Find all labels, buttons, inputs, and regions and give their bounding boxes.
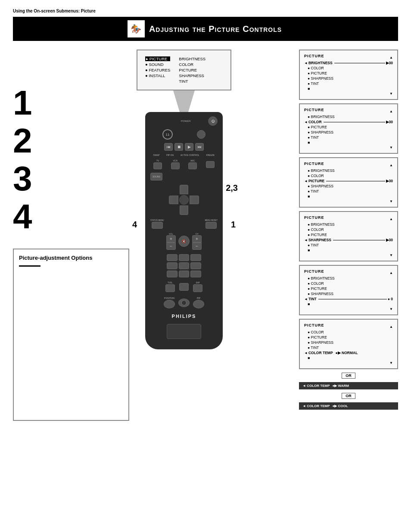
num-6[interactable] [190,262,201,269]
or-label-2: OR [342,393,355,399]
menu-submenu-tint: TINT [179,79,206,84]
tv-panel-6: PICTURE ▲ ● COLOR ● PICTURE ● SHARPNESS … [299,319,398,369]
page-wrapper: Using the On-screen Submenus: Picture 🏇 … [0,0,411,532]
onscreen-menu: ▸ PICTURE ● SOUND ● FEATURES ● INSTALL B… [137,50,231,90]
tv-panels-column: PICTURE ▲ ◄ BRIGHTNESS ▶30 ● COLOR ● PIC… [299,50,398,523]
menu-submenu-brightness: BRIGHTNESS [179,56,206,61]
ch-up-button[interactable]: + [192,235,202,243]
tv-panel-1: PICTURE ▲ ◄ BRIGHTNESS ▶30 ● COLOR ● PIC… [299,50,398,100]
step-badge-23: 2,3 [226,183,238,193]
dpad-up[interactable] [180,185,188,194]
menu-reset-button[interactable] [206,222,217,229]
tv-panel-2: PICTURE ▲ ● BRIGHTNESS ◄ COLOR ▶30 ● PIC… [299,103,398,154]
step-1: 1 [13,84,69,122]
p1-brightness: ◄ BRIGHTNESS ▶30 [304,61,393,65]
title-bar: 🏇 Adjusting the Picture Controls [13,17,398,41]
color-temp-cool-bar: ◄ COLOR TEMP ●▶ COOL [299,402,398,410]
p4-sharpness: ◄ SHARPNESS ▶30 [304,238,393,242]
p5-tint: ◄ TINT ● 0 [304,297,393,301]
p2-color: ◄ COLOR ▶30 [304,120,393,124]
pip-button[interactable] [193,300,204,308]
step-4: 4 [13,198,69,236]
sound-button[interactable]: SOUND [150,173,162,180]
panel6-title: PICTURE [304,323,324,327]
vol-up-button[interactable]: + [166,235,176,243]
dpad-left[interactable] [169,196,178,204]
sap-button[interactable] [193,284,202,292]
step-badge-1: 1 [231,220,236,230]
panel3-title: PICTURE [304,162,324,166]
page-title: Adjusting the Picture Controls [149,24,282,34]
remote-bottom-box [167,324,201,339]
or-label-1: OR [342,373,355,379]
ffwd-button[interactable]: ⏭ [195,143,204,151]
tv-panel-4: PICTURE ▲ ● BRIGHTNESS ● COLOR ● PICTURE… [299,211,398,261]
step-badge-4: 4 [132,220,137,230]
status-button[interactable] [152,222,163,229]
func-button[interactable] [206,161,215,168]
num-8[interactable] [179,271,190,277]
tvol-button[interactable] [165,284,175,292]
panel5-title: PICTURE [304,269,324,274]
num-9[interactable] [190,271,201,277]
menu-item-features: ● FEATURES [145,68,170,72]
menu-item-picture: ▸ PICTURE [145,56,170,61]
options-divider [19,265,40,267]
menu-submenu-sharpness: SHARPNESS [179,73,206,78]
panel4-title: PICTURE [304,215,324,220]
options-content [19,270,123,408]
ch-down-button[interactable]: − [192,243,202,250]
breadcrumb-text: Using the On-screen Submenus: Picture [13,9,96,13]
options-title: Picture-adjustment Options [19,255,123,261]
stop-button[interactable]: ⏹ [174,143,183,151]
position-button[interactable] [164,300,175,308]
tv-panel-3: PICTURE ▲ ● BRIGHTNESS ● COLOR ◄ PICTURE… [299,157,398,208]
eleven-button[interactable]: 11 [162,129,173,140]
center-btn[interactable] [178,299,190,307]
svg-marker-0 [173,90,195,112]
vcr-button[interactable] [171,162,180,169]
num-2[interactable] [179,254,190,261]
menu-submenu-picture: PICTURE [179,68,206,72]
philips-label: PHILIPS [172,314,196,319]
dpad-down[interactable] [180,205,188,215]
dpad-right[interactable] [190,196,199,204]
panel2-title: PICTURE [304,108,324,112]
num-1[interactable] [167,254,177,261]
p6-color-temp: ◄ COLOR TEMP ●▶ NORMAL [304,351,393,355]
power-button[interactable]: ⏻ [208,116,218,126]
circle-btn-1[interactable] [197,130,206,139]
num-7[interactable] [167,271,177,277]
play-button[interactable]: ▶ [185,143,193,151]
remote: POWER ⏻ 11 ⏮ ⏹ ▶ ⏭ [145,112,223,349]
mute-button[interactable]: 🔇 [178,236,190,247]
step-3: 3 [13,160,69,198]
step-2: 2 [13,122,69,160]
vol-down-button[interactable]: − [166,243,176,250]
dpad-center[interactable] [179,195,189,205]
power-label: POWER [181,120,191,122]
options-box: Picture-adjustment Options [13,249,129,421]
rewind-button[interactable]: ⏮ [164,143,173,151]
num-3[interactable] [190,254,201,261]
num-4[interactable] [167,262,177,269]
title-icon: 🏇 [128,20,145,37]
tv-panel-5: PICTURE ▲ ● BRIGHTNESS ● COLOR ● PICTURE… [299,265,398,315]
tv-button[interactable] [153,162,162,169]
breadcrumb: Using the On-screen Submenus: Picture [13,9,398,13]
dpad [169,185,199,215]
menu-item-sound: ● SOUND [145,62,170,67]
steps-column: 1 2 3 4 [13,50,69,236]
panel1-title: PICTURE [304,54,324,58]
p3-picture: ◄ PICTURE ▶30 [304,179,393,183]
num-5[interactable] [179,262,190,269]
color-temp-warm-bar: ◄ COLOR TEMP ●▶ WARM [299,382,398,389]
arc-button[interactable] [188,162,197,169]
menu-submenu-color: COLOR [179,62,206,67]
remote-container: 2,3 4 1 POWER ⏻ 11 [145,112,223,354]
numpad [167,254,201,277]
menu-item-install: ● INSTALL [145,73,170,78]
extra-button[interactable] [179,283,189,291]
